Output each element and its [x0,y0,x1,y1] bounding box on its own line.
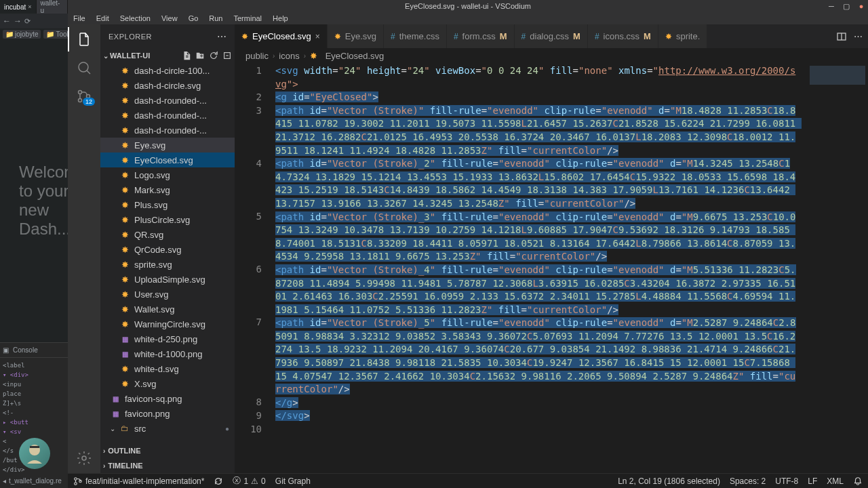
line-number: 5 [235,210,262,263]
more-icon[interactable]: ⋯ [217,31,227,42]
file-item[interactable]: ▦white-d-250.png [100,331,235,346]
file-item[interactable]: ✸QR.svg [100,227,235,242]
file-item[interactable]: ▦favicon-sq.png [100,391,235,406]
folder-header[interactable]: ⌄ WALLET-UI [100,48,235,63]
file-name: EyeClosed.svg [134,155,193,165]
file-item[interactable]: ✸Plus.svg [100,197,235,212]
file-item[interactable]: ✸Wallet.svg [100,302,235,317]
more-icon[interactable]: ⋯ [854,31,863,41]
file-item[interactable]: ✸dash-d-rounded-... [100,93,235,108]
line-number: 7 [235,316,262,396]
svg-file-icon: ✸ [665,32,672,41]
line-number: 1 [235,64,262,91]
browser-tab[interactable]: wallet-u [37,0,68,14]
file-item[interactable]: ✸dash-d-circle-100... [100,63,235,78]
new-file-icon[interactable] [182,51,191,60]
file-item[interactable]: ✸Mark.svg [100,182,235,197]
arrow-left-icon[interactable]: ◂ [3,477,6,485]
file-item[interactable]: ✸QrCode.svg [100,242,235,257]
new-folder-icon[interactable] [195,51,205,60]
editor-tab[interactable]: #form.cssM [447,24,515,48]
inspect-icon[interactable]: ▣ [3,346,9,354]
file-item[interactable]: ✸dash-d-rounded-... [100,123,235,138]
status-eol[interactable]: LF [808,476,817,486]
menu-help[interactable]: Help [270,14,291,22]
svg-file-icon: ✸ [334,32,341,41]
file-item[interactable]: ✸UploadSimple.svg [100,272,235,287]
refresh-icon[interactable] [209,51,218,60]
status-spaces[interactable]: Spaces: 2 [730,476,766,486]
sync-icon[interactable] [214,476,223,486]
svg-file-icon: ✸ [119,259,130,270]
split-icon[interactable] [836,31,847,42]
code-editor[interactable]: <svg width="24" height="24" viewBox="0 0… [275,63,868,473]
folder-item[interactable]: ⌄🗀src● [100,421,235,436]
svg-file-icon: ✸ [119,289,130,300]
breadcrumb[interactable]: public [245,51,269,61]
menu-edit[interactable]: Edit [94,14,112,22]
png-file-icon: ▦ [110,393,121,404]
status-selection[interactable]: Ln 2, Col 19 (1806 selected) [618,476,720,486]
status-encoding[interactable]: UTF-8 [775,476,798,486]
editor-tab[interactable]: ✸Eye.svg [328,24,384,48]
file-item[interactable]: ✸white-d.svg [100,361,235,376]
status-gitgraph[interactable]: Git Graph [275,476,311,486]
devtools-tab[interactable]: Console [9,345,42,355]
search-icon[interactable] [76,60,92,76]
minimap[interactable] [807,63,868,473]
file-item[interactable]: ✸User.svg [100,287,235,302]
editor-tab[interactable]: ✸sprite. [658,24,707,48]
bell-icon[interactable] [853,476,863,486]
file-item[interactable]: ✸EyeClosed.svg [100,152,235,167]
maximize-icon[interactable]: ▢ [842,2,850,10]
reload-icon[interactable]: ⟳ [24,17,31,26]
menu-selection[interactable]: Selection [117,14,153,22]
timeline-header[interactable]: › TIMELINE [100,458,235,473]
status-problems[interactable]: ⓧ1 ⚠0 [233,475,265,487]
breadcrumb[interactable]: icons [279,51,299,61]
outline-header[interactable]: › OUTLINE [100,443,235,458]
file-item[interactable]: ✸Eye.svg [100,138,235,152]
menu-go[interactable]: Go [186,14,201,22]
close-icon[interactable]: × [315,32,320,41]
minimize-icon[interactable]: ─ [827,2,835,10]
explorer-icon[interactable] [76,31,92,47]
editor-tab[interactable]: #theme.css [384,24,447,48]
file-item[interactable]: ▦favicon.png [100,406,235,421]
editor-tab[interactable]: ✸EyeClosed.svg× [235,24,328,48]
svg-file-icon: ✸ [119,304,130,314]
file-item[interactable]: ✸sprite.svg [100,257,235,272]
svg-line-3 [87,70,90,74]
file-item[interactable]: ✸dash-d-rounded-... [100,108,235,123]
svg-file-icon: ✸ [119,274,130,285]
file-item[interactable]: ▦white-d-1000.png [100,346,235,361]
menu-view[interactable]: View [159,14,180,22]
menu-file[interactable]: File [71,14,88,22]
svg-file-icon: ✸ [119,319,130,329]
editor-tab[interactable]: #icons.cssM [588,24,658,48]
editor-tab[interactable]: #dialog.cssM [515,24,588,48]
file-item[interactable]: ✸X.svg [100,376,235,391]
source-control-icon[interactable]: 12 [76,88,92,104]
close-icon[interactable]: × [28,3,31,10]
svg-file-icon: ✸ [119,199,130,210]
file-item[interactable]: ✸Logo.svg [100,167,235,182]
menu-terminal[interactable]: Terminal [231,14,265,22]
status-lang[interactable]: XML [827,476,844,486]
back-icon[interactable]: ← [3,16,11,26]
file-item[interactable]: ✸PlusCircle.svg [100,212,235,227]
breadcrumb[interactable]: ✸ EyeClosed.svg [310,51,384,61]
collapse-icon[interactable] [222,51,232,60]
line-number: 2 [235,91,262,104]
user-avatar[interactable] [19,438,50,469]
bookmark-item[interactable]: 📁jojobyte [3,30,41,39]
file-name: dash-d-rounded-... [134,110,207,121]
png-file-icon: ▦ [110,408,121,419]
close-icon[interactable]: ● [857,2,865,10]
browser-tab[interactable]: incubat× [0,0,37,14]
menu-run[interactable]: Run [206,14,225,22]
file-item[interactable]: ✸WarningCircle.svg [100,317,235,331]
settings-icon[interactable] [76,450,92,466]
status-branch[interactable]: feat/initial-wallet-implementation* [73,476,204,486]
file-item[interactable]: ✸dash-d-circle.svg [100,78,235,93]
